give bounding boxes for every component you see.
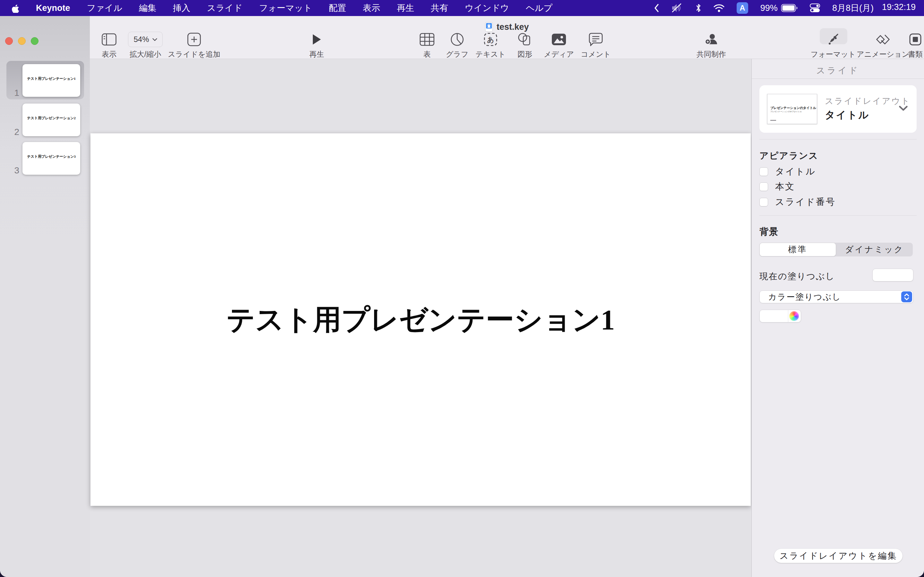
menu-date: 8月8日(月): [832, 2, 874, 14]
appearance-option-body[interactable]: 本文: [759, 182, 795, 191]
zoom-control[interactable]: 54% 拡大/縮小: [130, 30, 160, 59]
apple-menu[interactable]: [11, 3, 19, 13]
slide-thumbnail-title: テスト用プレゼンテーション3: [23, 154, 80, 159]
media-label: メディア: [544, 49, 574, 59]
shape-button[interactable]: 図形: [514, 30, 536, 59]
fill-type-value: カラー塗りつぶし: [760, 292, 841, 303]
slide-canvas[interactable]: テスト用プレゼンテーション1: [90, 133, 751, 506]
menu-clock[interactable]: 8月8日(月) 19:32:19: [832, 2, 916, 14]
current-fill-swatch[interactable]: [872, 269, 913, 282]
divider: [759, 215, 917, 216]
collaborate-label: 共同制作: [696, 49, 726, 59]
color-wheel-icon[interactable]: [789, 311, 799, 321]
menu-item-slide[interactable]: スライド: [207, 2, 242, 14]
tab-standard[interactable]: 標準: [759, 243, 836, 256]
text-label: テキスト: [475, 49, 506, 59]
menu-item-arrange[interactable]: 配置: [329, 2, 346, 14]
comment-icon: [589, 33, 603, 46]
slide-number-checkbox[interactable]: [759, 198, 768, 206]
zoom-value: 54%: [134, 35, 149, 44]
minimize-button[interactable]: [18, 37, 26, 45]
table-label: 表: [423, 49, 431, 59]
stepper-icon: [901, 292, 912, 302]
slide-thumbnail-1[interactable]: テスト用プレゼンテーション1: [23, 64, 80, 97]
document-button[interactable]: 書類: [907, 30, 924, 59]
collaborate-button[interactable]: 共同制作: [690, 30, 732, 59]
battery-status[interactable]: 99%: [760, 3, 798, 13]
layout-thumb-title: プレゼンテーションのタイトル: [771, 106, 816, 110]
title-checkbox[interactable]: [759, 167, 768, 176]
menu-item-play[interactable]: 再生: [397, 2, 414, 14]
shapes-icon: [517, 33, 532, 46]
current-fill-label: 現在の塗りつぶし: [759, 271, 835, 282]
chevron-left-icon[interactable]: [654, 3, 659, 13]
slide-navigator: テスト用プレゼンテーション1 1 テスト用プレゼンテーション2 2 テスト用プレ…: [0, 16, 90, 577]
menu-item-help[interactable]: ヘルプ: [526, 2, 552, 14]
svg-text:あ: あ: [487, 36, 494, 44]
fill-type-dropdown[interactable]: カラー塗りつぶし: [759, 290, 913, 303]
slide-layout-card[interactable]: プレゼンテーションのタイトル プレゼンテーションのサブタイトル スライドレイアウ…: [759, 85, 917, 133]
menu-item-window[interactable]: ウインドウ: [465, 2, 509, 14]
control-center-icon[interactable]: [810, 3, 820, 13]
slide-number-3: 3: [6, 165, 19, 176]
add-slide-icon: [187, 33, 201, 46]
canvas-area: テスト用プレゼンテーション1: [90, 59, 751, 577]
document-label: 書類: [908, 49, 923, 59]
play-icon: [312, 34, 321, 45]
comment-button[interactable]: コメント: [580, 30, 612, 59]
appearance-option-slide-number[interactable]: スライド番号: [759, 197, 836, 207]
play-label: 再生: [309, 49, 324, 59]
appearance-heading: アピアランス: [759, 150, 819, 162]
menu-item-file[interactable]: ファイル: [87, 2, 123, 14]
animate-icon: [876, 34, 890, 45]
play-button[interactable]: 再生: [305, 30, 328, 59]
slide-layout-thumbnail: プレゼンテーションのタイトル プレゼンテーションのサブタイトル: [767, 94, 817, 124]
slide-layout-label: スライドレイアウト: [825, 95, 910, 107]
inspector-header: スライド: [752, 65, 924, 76]
close-button[interactable]: [5, 37, 13, 45]
format-button[interactable]: フォーマット: [813, 30, 854, 59]
table-button[interactable]: 表: [416, 30, 438, 59]
checkbox-label: 本文: [775, 181, 795, 193]
text-button[interactable]: あ テキスト: [475, 30, 507, 59]
menu-item-format[interactable]: フォーマット: [259, 2, 312, 14]
sound-muted-icon[interactable]: [671, 3, 683, 13]
fullscreen-button[interactable]: [31, 37, 39, 45]
add-slide-button[interactable]: スライドを追加: [167, 30, 221, 59]
menu-time: 19:32:19: [882, 2, 916, 14]
layout-thumb-subtitle: プレゼンテーションのサブタイトル: [771, 110, 802, 113]
appearance-option-title[interactable]: タイトル: [759, 167, 816, 176]
menu-item-edit[interactable]: 編集: [139, 2, 156, 14]
slide-thumbnail-title: テスト用プレゼンテーション2: [23, 115, 80, 120]
table-icon: [420, 33, 435, 46]
slide-title-text[interactable]: テスト用プレゼンテーション1: [226, 301, 615, 339]
wifi-icon[interactable]: [714, 3, 724, 13]
body-checkbox[interactable]: [759, 182, 768, 191]
slide-thumbnail-2[interactable]: テスト用プレゼンテーション2: [23, 103, 80, 136]
animate-label: アニメーション: [857, 49, 909, 59]
menu-item-share[interactable]: 共有: [431, 2, 448, 14]
toolbar: test.key 表示 54% 拡大/縮小: [90, 16, 924, 59]
layout-thumb-footnote: [771, 120, 776, 121]
media-button[interactable]: メディア: [543, 30, 575, 59]
menu-app-name[interactable]: Keynote: [36, 3, 70, 13]
menu-item-insert[interactable]: 挿入: [173, 2, 190, 14]
slide-thumbnail-3[interactable]: テスト用プレゼンテーション3: [23, 142, 80, 175]
chevron-down-icon[interactable]: [899, 106, 908, 111]
zoom-dropdown[interactable]: 54%: [128, 32, 162, 47]
bluetooth-icon[interactable]: [696, 3, 701, 13]
collaborate-icon: [704, 33, 718, 46]
zoom-label: 拡大/縮小: [129, 49, 161, 59]
menu-item-view[interactable]: 表示: [363, 2, 380, 14]
edit-slide-layout-button[interactable]: スライドレイアウトを編集: [774, 549, 903, 563]
apple-logo-icon: [11, 3, 19, 13]
keynote-window: テスト用プレゼンテーション1 1 テスト用プレゼンテーション2 2 テスト用プレ…: [0, 16, 924, 577]
input-source-icon[interactable]: A: [737, 2, 748, 14]
color-well[interactable]: [759, 309, 801, 322]
text-box-icon: あ: [484, 33, 497, 46]
slide-thumbnail-title: テスト用プレゼンテーション1: [23, 76, 80, 81]
animate-button[interactable]: アニメーション: [857, 30, 909, 59]
view-button[interactable]: 表示: [97, 30, 121, 59]
tab-dynamic[interactable]: ダイナミック: [836, 243, 913, 256]
chart-button[interactable]: グラフ: [441, 30, 473, 59]
